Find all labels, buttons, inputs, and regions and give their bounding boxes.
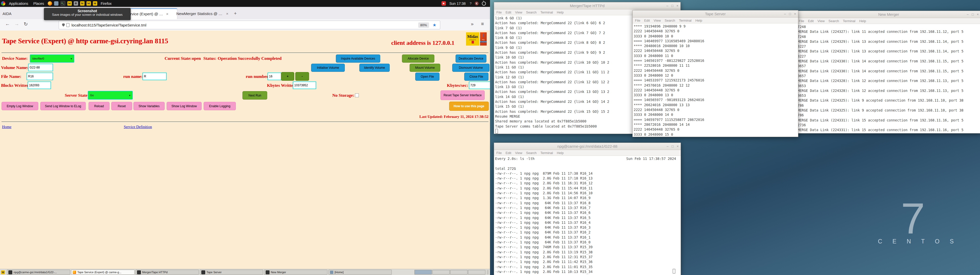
minimize-icon[interactable]: –: [667, 4, 668, 8]
maximize-icon[interactable]: □: [672, 144, 674, 148]
terminal-output[interactable]: Every 2.0s: ls -lth Sun Feb 11 17:38:57 …: [494, 156, 681, 275]
terminal-output[interactable]: **** 19194896 2048000 9 9 2222 146450448…: [633, 24, 798, 136]
menu-file[interactable]: File: [496, 151, 502, 155]
send-log-window-to-elog-button[interactable]: Send Log Window to ELog: [40, 102, 86, 110]
reload-icon[interactable]: ↻: [24, 21, 28, 27]
taskbar-item-tape-service[interactable]: Tape Service (Expert) @ carme-g...: [71, 270, 135, 275]
run-number-decrement-button[interactable]: -: [295, 72, 309, 81]
tcl-powered-logo[interactable]: ʃ TCL POWERED: [480, 32, 487, 46]
empty-log-window-button[interactable]: Empty Log Window: [2, 102, 38, 110]
dismount-volume-button[interactable]: Dismount Volume: [452, 64, 490, 72]
menu-file[interactable]: File: [799, 19, 804, 23]
new-tab-button[interactable]: +: [229, 8, 242, 19]
workspace-1[interactable]: [414, 270, 432, 275]
menu-file[interactable]: File: [496, 10, 502, 14]
midas-launcher-icon-2[interactable]: M: [80, 1, 84, 6]
overflow-menu-icon[interactable]: »: [471, 21, 474, 27]
maximize-icon[interactable]: □: [972, 13, 974, 16]
workspace-3[interactable]: [450, 270, 468, 275]
applications-menu[interactable]: Applications: [9, 2, 28, 6]
menu-view[interactable]: View: [515, 10, 522, 14]
url-bar[interactable]: localhost:8115/TapeService/TapeService.t…: [59, 21, 440, 29]
bookmark-star-icon[interactable]: ★: [433, 22, 436, 28]
minimize-icon[interactable]: –: [784, 12, 786, 16]
terminal-launcher-icon[interactable]: >_: [60, 1, 65, 6]
maximize-icon[interactable]: □: [789, 12, 791, 16]
tab-close-icon[interactable]: ×: [166, 12, 169, 16]
network-status-icon[interactable]: ?: [470, 2, 472, 5]
maximize-icon[interactable]: □: [671, 4, 673, 8]
url-text[interactable]: localhost:8115/TapeService/TapeService.t…: [72, 23, 418, 27]
workspace-2[interactable]: [432, 270, 450, 275]
midas-launcher-icon-3[interactable]: M: [86, 1, 91, 6]
clock[interactable]: Sun 17:38: [449, 2, 466, 6]
kbytes-per-sec-input[interactable]: 729: [469, 82, 490, 89]
menu-terminal[interactable]: Terminal: [679, 19, 692, 22]
taskbar-item-tape-server[interactable]: Tape Server: [200, 270, 263, 275]
initialise-volume-button[interactable]: Initialise Volume: [311, 64, 345, 72]
app-indicator-icon[interactable]: ◆: [442, 1, 446, 6]
menu-terminal[interactable]: Terminal: [541, 151, 553, 155]
menu-edit[interactable]: Edit: [808, 19, 814, 23]
taskbar-item-home-folder[interactable]: [Home]: [328, 270, 392, 275]
titlebar[interactable]: Merger/Tape HTTPd – □ ×: [494, 2, 680, 9]
close-icon[interactable]: ×: [977, 13, 979, 16]
back-icon[interactable]: ←: [5, 21, 10, 27]
menu-edit[interactable]: Edit: [506, 10, 511, 14]
files-launcher-icon[interactable]: [54, 1, 59, 6]
reset-tape-server-interface-button[interactable]: Reset Tape Server Interface: [441, 90, 485, 100]
menu-search[interactable]: Search: [829, 19, 839, 23]
zoom-level-badge[interactable]: 80%: [418, 22, 429, 28]
menu-help[interactable]: Help: [557, 10, 564, 14]
enable-logging-button[interactable]: Enable Logging: [204, 102, 236, 110]
page-info-icon[interactable]: [66, 23, 69, 27]
home-link[interactable]: Home: [2, 125, 11, 129]
deallocate-device-button[interactable]: Deallocate Device: [455, 54, 487, 63]
taskbar-handle[interactable]: [487, 270, 489, 275]
identify-volume-button[interactable]: Identify Volume: [360, 64, 390, 72]
reload-button[interactable]: Reload: [89, 102, 110, 110]
next-run-button[interactable]: Next Run: [242, 91, 267, 100]
menu-edit[interactable]: Edit: [506, 151, 511, 155]
distro-menu-icon[interactable]: [1, 1, 5, 6]
server-state-select[interactable]: Go ▾: [88, 91, 133, 100]
file-name-input[interactable]: R16: [27, 73, 53, 80]
power-icon[interactable]: [482, 2, 486, 6]
allocate-device-button[interactable]: Allocate Device: [402, 54, 434, 63]
show-variables-button[interactable]: Show Variables: [134, 102, 165, 110]
kbytes-written-input[interactable]: 10373952: [293, 82, 316, 89]
titlebar[interactable]: New Merger – □ ×: [797, 11, 980, 18]
menu-search[interactable]: Search: [526, 10, 536, 14]
terminal-output[interactable]: 7248 MERGE Data Link (224327): link 11 a…: [797, 24, 980, 133]
menu-view[interactable]: View: [654, 19, 661, 22]
workspace-4[interactable]: [468, 270, 485, 275]
titlebar[interactable]: npg@carme-gsi:/mnt/data1/G22-88 – □ ×: [494, 143, 681, 150]
taskbar-notes-icon[interactable]: M: [1, 270, 5, 274]
menu-view[interactable]: View: [515, 151, 522, 155]
close-icon[interactable]: ×: [676, 4, 678, 8]
run-number-increment-button[interactable]: +: [281, 72, 294, 81]
menu-view[interactable]: View: [818, 19, 824, 23]
taskbar-item-new-merger[interactable]: New Merger: [264, 270, 328, 275]
close-icon[interactable]: ×: [676, 144, 679, 148]
places-menu[interactable]: Places: [33, 2, 44, 6]
minimize-icon[interactable]: –: [667, 144, 668, 148]
device-name-select[interactable]: /dev/file/0 ▾: [30, 54, 74, 63]
menu-search[interactable]: Search: [665, 19, 675, 22]
close-icon[interactable]: ×: [794, 12, 796, 16]
menu-help[interactable]: Help: [695, 19, 702, 22]
menu-edit[interactable]: Edit: [644, 19, 650, 22]
titlebar[interactable]: Tape Server – □ ×: [633, 10, 798, 17]
how-to-use-this-page-button[interactable]: How to use this page: [449, 101, 489, 111]
forward-icon[interactable]: →: [14, 21, 19, 27]
minimize-icon[interactable]: –: [967, 13, 969, 16]
taskbar-item-npg-terminal[interactable]: npg@carme-gsi:/mnt/data1/G22-...: [7, 270, 70, 275]
menu-help[interactable]: Help: [557, 151, 564, 155]
shield-icon[interactable]: [62, 24, 65, 27]
focused-app-name[interactable]: Firefox: [101, 2, 112, 6]
menu-search[interactable]: Search: [526, 151, 536, 155]
menu-file[interactable]: File: [635, 19, 640, 22]
screenshot-launcher-icon[interactable]: [74, 1, 78, 6]
menu-help[interactable]: Help: [859, 19, 866, 23]
tab-close-icon[interactable]: ×: [226, 11, 228, 16]
